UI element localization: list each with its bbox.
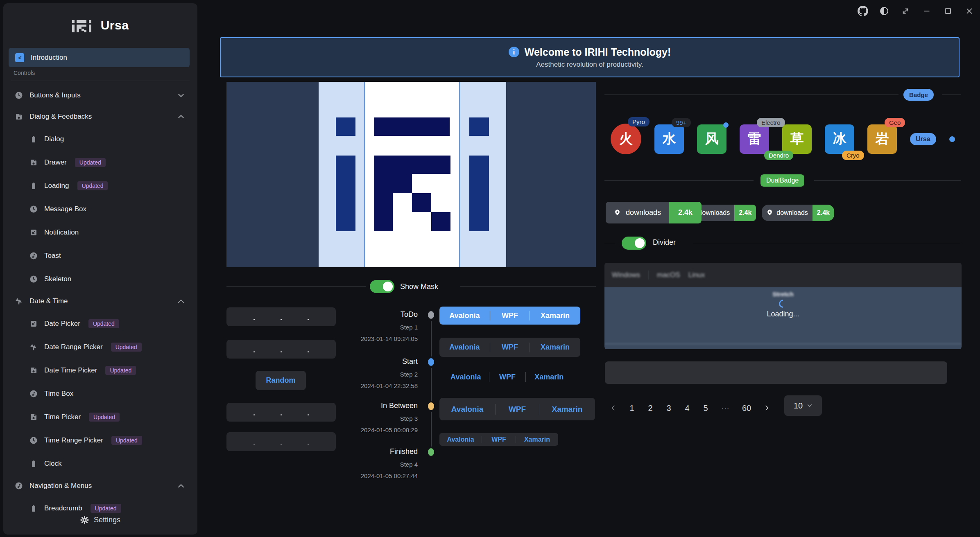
tab-option-avalonia[interactable]: Avalonia (443, 373, 489, 381)
sidebar-item-date-time[interactable]: Date & Time (3, 291, 197, 312)
step-subtitle: Step 2 (400, 371, 418, 378)
element-tile[interactable]: 水 (654, 124, 684, 154)
sidebar-item-dialog[interactable]: Dialog (3, 127, 197, 151)
tab-group-plain: AvaloniaWPFXamarin (443, 369, 572, 385)
sidebar-item-toast[interactable]: Toast (3, 244, 197, 267)
page-number-3[interactable]: 3 (666, 404, 672, 413)
dual-badge-downloads[interactable]: downloads2.4k (762, 205, 834, 221)
sidebar-item-label: Notification (44, 228, 79, 237)
empty-textbox[interactable] (605, 361, 947, 384)
tab-option-avalonia[interactable]: Avalonia (439, 311, 490, 320)
divider-line (604, 95, 899, 95)
step-connector (431, 368, 432, 401)
page-size-value: 10 (794, 401, 803, 411)
page-size-select[interactable]: 10 (784, 395, 822, 416)
tab-group-compact: AvaloniaWPFXamarin (439, 433, 558, 446)
divider-line (604, 180, 754, 181)
sidebar-item-skeleton[interactable]: Skeleton (3, 267, 197, 291)
sidebar-divider (11, 81, 190, 81)
dual-badge-value: 2.4k (669, 202, 702, 223)
element-tile[interactable]: 雷 (740, 124, 769, 154)
expand-icon[interactable] (900, 6, 911, 16)
element-tile[interactable]: 草 (782, 124, 812, 154)
step-title: In Between (381, 402, 418, 410)
sidebar-item-introduction[interactable]: Introduction (9, 48, 190, 67)
element-tile[interactable]: 火 (611, 124, 641, 154)
sidebar-item-time-picker[interactable]: Time PickerUpdated (3, 405, 197, 429)
element-tile[interactable]: 岩 (867, 124, 897, 154)
page-number-5[interactable]: 5 (703, 404, 708, 413)
step-status-dot (428, 402, 434, 410)
page-prev-button[interactable] (610, 404, 616, 413)
battery-icon (29, 182, 38, 190)
sidebar-item-dialog-feedbacks[interactable]: Dialog & Feedbacks (3, 106, 197, 127)
tab-option-wpf[interactable]: WPF (496, 405, 539, 414)
sidebar-item-date-time-picker[interactable]: Date Time PickerUpdated (3, 359, 197, 382)
note-icon (15, 482, 23, 490)
page-number-2[interactable]: 2 (647, 404, 653, 413)
updated-badge: Updated (88, 319, 119, 328)
loading-text: Loading... (767, 310, 799, 318)
sidebar-item-loading[interactable]: LoadingUpdated (3, 174, 197, 197)
sidebar: Ursa Introduction Controls Buttons & Inp… (3, 3, 197, 535)
tab-option-xamarin[interactable]: Xamarin (539, 405, 595, 414)
tab-option-wpf[interactable]: WPF (489, 373, 526, 381)
sidebar-item-date-picker[interactable]: Date PickerUpdated (3, 312, 197, 335)
window-controls (858, 6, 975, 16)
clock-icon (29, 275, 38, 283)
page-number-60[interactable]: 60 (742, 404, 751, 413)
page-number-1[interactable]: 1 (629, 404, 635, 413)
sidebar-item-label: Time Picker (44, 413, 81, 421)
tab-option-wpf[interactable]: WPF (490, 311, 530, 320)
divider-line (604, 243, 615, 243)
divider-toggle[interactable] (622, 237, 646, 250)
minimize-icon[interactable] (921, 6, 932, 16)
sidebar-item-time-box[interactable]: Time Box (3, 382, 197, 405)
tab-macos[interactable]: macOS (657, 271, 680, 279)
tab-option-xamarin[interactable]: Xamarin (526, 373, 572, 381)
show-mask-toggle[interactable] (370, 280, 394, 293)
settings-button[interactable]: Settings (3, 514, 197, 526)
tab-windows[interactable]: Windows (612, 271, 640, 279)
theme-icon[interactable] (879, 6, 889, 16)
random-button[interactable]: Random (256, 371, 306, 390)
step-connector (431, 412, 432, 447)
ipv4-input[interactable] (226, 340, 336, 359)
sidebar-item-navigation-menus[interactable]: Navigation & Menus (3, 475, 197, 496)
ipv4-input[interactable] (226, 403, 336, 422)
dual-badge-label: downloads (626, 208, 661, 217)
tab-option-wpf[interactable]: WPF (490, 343, 530, 352)
sidebar-item-date-range-picker[interactable]: Date Range PickerUpdated (3, 335, 197, 359)
page-next-button[interactable] (764, 404, 770, 413)
github-icon[interactable] (858, 6, 868, 16)
sidebar-item-buttons-inputs[interactable]: Buttons & Inputs (3, 85, 197, 106)
chevron-up-icon (177, 482, 185, 490)
tab-option-xamarin[interactable]: Xamarin (516, 436, 558, 443)
note-icon (29, 390, 38, 398)
tab-option-xamarin[interactable]: Xamarin (530, 343, 580, 352)
badge-dot (949, 136, 955, 142)
page-number-4[interactable]: 4 (684, 404, 690, 413)
sidebar-item-breadcrumb[interactable]: BreadcrumbUpdated (3, 496, 197, 513)
dual-badge-downloads[interactable]: downloads2.4k (606, 202, 702, 223)
updated-badge: Updated (77, 181, 108, 190)
sidebar-item-notification[interactable]: Notification (3, 221, 197, 244)
tab-option-avalonia[interactable]: Avalonia (439, 343, 490, 352)
ipv4-input[interactable] (226, 307, 336, 326)
tab-option-wpf[interactable]: WPF (482, 436, 516, 443)
tab-option-xamarin[interactable]: Xamarin (530, 311, 580, 320)
badge-label-geo: Geo (885, 118, 905, 127)
tab-linux[interactable]: Linux (688, 271, 705, 279)
tab-option-avalonia[interactable]: Avalonia (439, 405, 495, 414)
sidebar-item-message-box[interactable]: Message Box (3, 197, 197, 221)
loading-panel-tabs: Windows macOS Linux (604, 263, 962, 287)
maximize-icon[interactable] (943, 6, 953, 16)
sidebar-item-clock[interactable]: Clock (3, 452, 197, 475)
download-icon (766, 209, 773, 216)
element-tile[interactable]: 冰 (825, 124, 854, 154)
close-icon[interactable] (964, 6, 975, 16)
element-tile[interactable]: 风 (697, 124, 727, 154)
sidebar-item-drawer[interactable]: DrawerUpdated (3, 151, 197, 174)
tab-option-avalonia[interactable]: Avalonia (439, 436, 482, 443)
sidebar-item-time-range-picker[interactable]: Time Range PickerUpdated (3, 429, 197, 452)
